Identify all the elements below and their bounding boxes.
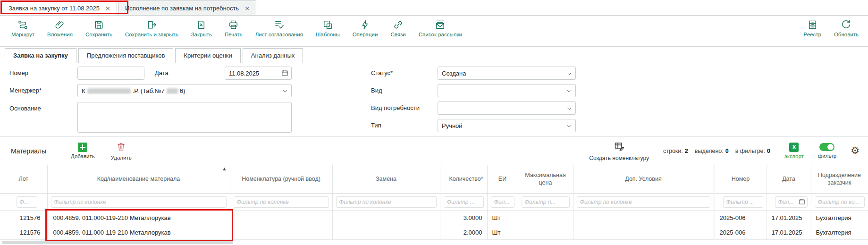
cell-number: 2025-006 <box>714 211 767 225</box>
table-row[interactable]: 121576 000.4859. 011.000-119-210 Металло… <box>0 211 868 225</box>
filter-input-max-price[interactable] <box>522 196 570 208</box>
number-input[interactable] <box>77 67 144 80</box>
tab-data-analysis[interactable]: Анализ данных <box>243 48 303 63</box>
save-and-close-button[interactable]: Сохранить и закрыть <box>125 19 178 37</box>
kind-select[interactable] <box>438 84 576 97</box>
filter-input-number[interactable] <box>723 196 763 208</box>
add-row-label: Добавить <box>71 153 95 159</box>
table-row[interactable]: 121576 000.4859. 011.000-119-210 Металло… <box>0 225 868 240</box>
filter-cell <box>47 194 230 211</box>
close-tab-icon[interactable]: × <box>105 5 110 12</box>
materials-table: Лот Код/наименование материала▲ Номенкла… <box>0 165 868 240</box>
main-toolbar: Маршрут Вложения Сохранить Сохранить и з… <box>0 16 868 47</box>
manager-select[interactable]: К.Р. (Таб.№76) <box>77 84 292 97</box>
column-header-number[interactable]: Номер <box>714 165 767 194</box>
route-icon <box>17 19 28 30</box>
status-select[interactable]: Создана <box>438 67 576 80</box>
cell-max-price <box>518 211 573 225</box>
filter-input-code[interactable] <box>51 196 227 208</box>
manager-label: Менеджер* <box>9 84 42 97</box>
column-header-max-price[interactable]: Максимальная цена <box>518 165 573 194</box>
mailing-list-button[interactable]: Список рассылки <box>419 19 462 37</box>
basis-label: Основание <box>9 102 41 115</box>
column-header-department[interactable]: Подразделение заказчик <box>811 165 868 194</box>
basis-textarea[interactable] <box>77 102 292 133</box>
materials-toolbar: Материалы Добавить Удалить Создать номен… <box>0 136 868 165</box>
column-header-nomenclature[interactable]: Номенклатура (ручной ввод) <box>230 165 332 194</box>
filter-input-unit[interactable] <box>491 196 514 208</box>
need-kind-label: Вид потребности <box>371 101 420 115</box>
column-header-date[interactable]: Дата <box>767 165 811 194</box>
tab-evaluation-criteria[interactable]: Критерии оценки <box>175 48 240 63</box>
window-tab-request[interactable]: Заявка на закупку от 11.08.2025 × <box>2 0 117 15</box>
tab-label: Критерии оценки <box>184 52 232 59</box>
filter-input-conditions[interactable] <box>577 196 710 208</box>
filter-input-lot[interactable] <box>17 196 37 208</box>
filter-toggle[interactable]: фильтр <box>818 143 836 159</box>
attachments-button[interactable]: Вложения <box>47 19 73 37</box>
export-excel-button[interactable]: X экспорт <box>784 143 804 159</box>
templates-button[interactable]: Шаблоны <box>316 19 340 37</box>
toolbar-button-label: Лист согласования <box>255 32 303 37</box>
toolbar-button-label: Печать <box>225 32 243 37</box>
print-button[interactable]: Печать <box>225 19 243 37</box>
chevron-down-icon <box>566 123 572 130</box>
route-button[interactable]: Маршрут <box>11 19 34 37</box>
sort-ascending-icon: ▲ <box>223 167 226 171</box>
templates-icon <box>322 19 333 30</box>
calendar-icon[interactable] <box>799 198 805 207</box>
filter-input-replacement[interactable] <box>336 196 437 208</box>
delete-row-button[interactable]: Удалить <box>111 142 132 161</box>
window-tab-bar: Заявка на закупку от 11.08.2025 × Исполн… <box>0 0 868 16</box>
cell-unit: Шт <box>487 225 518 240</box>
window-tab-execution[interactable]: Исполнение по заявкам на потребность × <box>118 0 256 15</box>
date-label: Дата <box>155 67 169 80</box>
trash-icon <box>116 142 126 153</box>
type-select[interactable]: Ручной <box>438 119 576 132</box>
cell-max-price <box>518 225 573 240</box>
add-row-button[interactable]: Добавить <box>71 143 95 159</box>
toolbar-button-label: Список рассылки <box>419 32 462 37</box>
filter-cell <box>440 194 487 211</box>
operations-button[interactable]: Операции <box>353 19 378 37</box>
column-header-lot[interactable]: Лот <box>0 165 47 194</box>
toggle-on-icon <box>819 143 834 151</box>
tab-supplier-offers[interactable]: Предложения поставщиков <box>78 48 174 63</box>
cell-department: Бухгалтерия <box>811 211 868 225</box>
save-button[interactable]: Сохранить <box>85 19 112 37</box>
create-nomenclature-button[interactable]: Создать номенклатуру <box>589 141 649 161</box>
materials-right-group: Создать номенклатуру строки:2 выделено:0… <box>589 141 860 161</box>
column-header-conditions[interactable]: Доп. Условия <box>573 165 714 194</box>
column-header-unit[interactable]: ЕИ <box>487 165 518 194</box>
calendar-icon[interactable] <box>281 69 288 78</box>
date-field <box>225 67 292 80</box>
column-header-quantity[interactable]: Количество* <box>440 165 487 194</box>
column-header-replacement[interactable]: Замена <box>332 165 440 194</box>
links-button[interactable]: Связи <box>390 19 405 37</box>
horizontal-scrollbar[interactable] <box>2 241 233 244</box>
filter-input-department[interactable] <box>815 196 865 208</box>
need-kind-select[interactable] <box>438 101 576 115</box>
cell-quantity: 3.0000 <box>440 211 487 225</box>
cell-department: Бухгалтерия <box>811 225 868 240</box>
filter-input-nomenclature[interactable] <box>234 196 329 208</box>
column-header-code[interactable]: Код/наименование материала▲ <box>47 165 230 194</box>
links-icon <box>393 19 404 30</box>
cell-number: 2025-006 <box>714 225 767 240</box>
toolbar-button-label: Связи <box>390 32 405 37</box>
close-button[interactable]: Закрыть <box>191 19 212 37</box>
cell-conditions <box>573 211 714 225</box>
close-tab-icon[interactable]: × <box>244 5 250 12</box>
tab-label: Анализ данных <box>251 52 295 59</box>
tab-request[interactable]: Заявка на закупку <box>5 48 76 63</box>
approval-sheet-button[interactable]: Лист согласования <box>255 19 303 37</box>
refresh-button[interactable]: Обновить <box>834 19 859 37</box>
filter-input-quantity[interactable] <box>444 196 484 208</box>
registry-button[interactable]: Реестр <box>804 19 821 37</box>
cell-replacement <box>332 211 440 225</box>
toolbar-button-label: Маршрут <box>11 32 34 37</box>
gear-icon[interactable]: ⚙ <box>851 146 860 156</box>
registry-icon <box>807 19 818 30</box>
filter-cell <box>230 194 332 211</box>
type-value: Ручной <box>442 122 463 129</box>
